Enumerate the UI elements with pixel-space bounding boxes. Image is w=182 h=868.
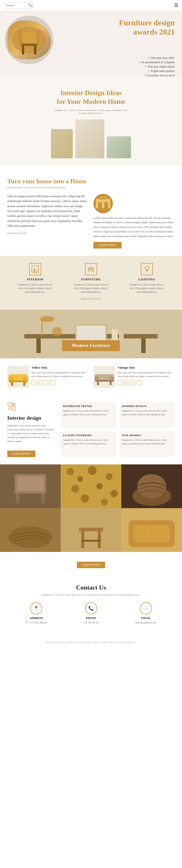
checklist-item-2: In reprehenderit in voluptate [92,61,175,64]
hero-title: Furniture design awards 2021 [92,18,175,37]
svg-rect-55 [16,494,20,503]
vintage-sofa-name: Vintage Sofa [118,366,175,370]
gallery-image-3 [121,464,182,508]
svg-rect-6 [36,30,40,45]
gallery-image-6 [121,508,182,552]
gallery-image-2 [61,464,121,508]
svg-rect-27 [141,338,146,353]
house-right-image [94,194,113,213]
yellow-sofa-add-cart-button[interactable]: ADD TO CART [32,380,55,385]
email-icon: ✉️ [140,602,152,614]
freepik-link[interactable]: Freepik [19,232,27,235]
svg-point-60 [88,466,97,475]
gallery-image-1 [0,464,61,508]
address-value: 27 13 Lower Haven [26,621,47,624]
hero-checklist: Duis aute irure dolor In reprehenderit i… [92,56,175,76]
footer: Sample text. Click to select the text bo… [0,639,182,646]
address-icon: 📍 [30,602,42,614]
email-label: Email [136,616,156,620]
svg-rect-19 [146,270,148,271]
gallery-image-4 [0,508,61,552]
interior-text: Sample text. Click to select the text bo… [17,283,53,294]
checklist-item-4: Fugiat nulla pariatur [92,69,175,73]
interior-design-title: Interior design [7,415,56,421]
lighting-text: Sample text. Click to select the text bo… [129,283,165,294]
hero-content: Furniture design awards 2021 Duis aute i… [92,18,175,76]
contact-row: 📍 Address 27 13 Lower Haven 📞 Phone 111 … [7,602,175,624]
svg-rect-48 [8,403,11,406]
house-right-text: Lorem ipsum dolor sit amet, consectetur … [94,216,175,238]
interior-card-awards: Our Awards Sample text. Click to select … [120,431,175,457]
svg-rect-49 [12,403,15,406]
search-icon: 🔍 [28,3,33,7]
checklist-item-5: Excepteur sint occaecat [92,74,175,76]
lighting-icon [141,263,153,275]
svg-rect-9 [104,202,108,208]
email-value: business@info.com [136,621,156,624]
svg-rect-76 [81,540,101,542]
house-left-column: Odio eu feugiat pretium nibh ipsum conse… [7,194,88,248]
house-right-column: Lorem ipsum dolor sit amet, consectetur … [94,194,175,248]
svg-rect-40 [11,382,13,386]
svg-point-33 [52,327,62,337]
interior-learn-more-button[interactable]: LEARN MORE [7,451,35,457]
ideas-image-2 [75,119,104,158]
our-awards-title: Our Awards [122,434,173,437]
yellow-sofa-name: Yellow Sofa [32,366,88,370]
gallery-learn-more-button[interactable]: LEARN MORE [77,562,105,568]
house-body-text: Odio eu feugiat pretium nibh ipsum conse… [7,194,88,228]
svg-point-58 [67,468,74,475]
svg-line-22 [149,267,150,267]
svg-rect-73 [79,528,103,531]
svg-rect-50 [8,407,11,410]
product-card-yellow-sofa: Yellow Sofa Duis aute irure dolor in rep… [7,366,88,388]
ideas-section: Interior Design Ideas for Your Modern Ho… [0,76,182,165]
icons-section: INTERIOR Sample text. Click to select th… [0,256,182,310]
furniture-text: Sample text. Click to select the text bo… [73,283,109,294]
vintage-sofa-add-cart-button[interactable]: ADD TO CART [118,380,142,385]
contact-email: ✉️ Email business@info.com [136,602,156,624]
svg-point-35 [40,316,54,322]
interior-design-icon [7,402,56,412]
lighting-label: LIGHTING [129,278,165,281]
products-row: Yellow Sofa Duis aute irure dolor in rep… [7,366,175,388]
yellow-sofa-info: Yellow Sofa Duis aute irure dolor in rep… [32,366,88,385]
checklist-item-3: Velit esse cillum dolore [92,65,175,68]
freepik-link-icons[interactable]: Freepik [94,297,101,300]
house-learn-more-button[interactable]: LEARN MORE [94,242,121,248]
checklist-item-1: Duis aute irure dolor [92,56,175,60]
modern-design-text: Sample text. Click to select the text bo… [122,409,173,416]
interior-section: Interior design Paragraph. Lorem ipsum d… [0,395,182,464]
modern-design-title: Modern Design [122,405,173,407]
svg-rect-2 [22,46,24,55]
svg-rect-45 [96,380,113,382]
svg-point-65 [81,494,89,502]
house-content: Odio eu feugiat pretium nibh ipsum conse… [7,194,175,248]
svg-rect-51 [12,407,15,410]
menu-icon[interactable]: ☰ [174,3,178,8]
svg-point-62 [71,485,79,493]
svg-rect-26 [36,338,41,353]
chair-illustration [7,21,51,59]
svg-rect-4 [21,33,38,43]
svg-point-61 [106,473,113,480]
search-bar[interactable]: 🔍 [4,2,33,8]
phone-label: Phone [83,616,99,620]
gallery-section: LEARN MORE [0,464,182,574]
yellow-sofa-image [7,366,29,388]
contact-phone: 📞 Phone 111 363 43 43 [83,602,99,624]
house-subtitle: Modern Décor to help you achieve your dr… [7,186,175,189]
house-section: Turn your house into a Home Modern Décor… [0,165,182,256]
ideas-image-1 [51,129,73,158]
modern-furniture-label: Modern Furniture [62,340,120,351]
interior-cards-grid: Bathroom Trends Sample text. Click to se… [61,402,175,457]
yellow-sofa-desc: Duis aute irure dolor in reprehenderit i… [32,371,88,378]
gallery-image-5 [61,508,121,552]
phone-value: 111 363 43 43 [83,621,99,624]
furniture-icon [85,263,97,275]
hero-section: Furniture design awards 2021 Duis aute i… [0,11,182,76]
hero-chair-image [5,16,53,64]
icon-block-furniture: FURNITURE Sample text. Click to select t… [73,263,109,294]
svg-rect-8 [98,202,102,208]
search-input[interactable] [6,4,28,7]
